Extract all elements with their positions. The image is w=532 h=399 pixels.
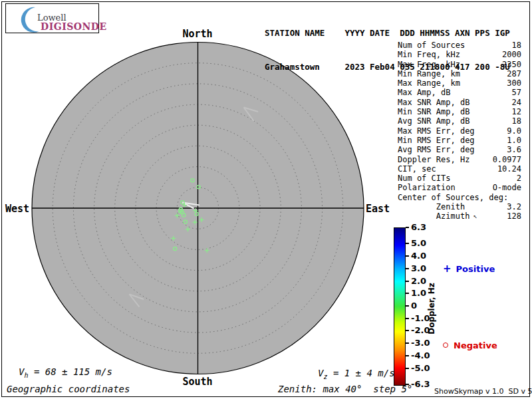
colorbar-tick bbox=[406, 281, 409, 282]
stat-value: 24 bbox=[512, 98, 521, 107]
stat-value: 57 bbox=[512, 88, 521, 97]
colorbar-tick-label: -4.0 bbox=[411, 350, 430, 361]
colorbar-tick-label: 2.0 bbox=[411, 276, 426, 287]
logo-text-digisonde: DIGISONDE bbox=[41, 21, 107, 32]
stat-value: 2350 bbox=[502, 60, 521, 69]
colorbar-tick-label: -5.0 bbox=[411, 363, 430, 374]
colorbar-tick bbox=[406, 368, 409, 369]
compass-label-east: East bbox=[366, 203, 390, 215]
zenith-scale-note: Zenith: max 40° step 5° bbox=[278, 384, 412, 394]
stat-value: 9.0 bbox=[507, 126, 521, 136]
stat-row: Avg SNR Amp, dB18 bbox=[398, 116, 521, 126]
stat-label: Zenith bbox=[398, 202, 465, 211]
stat-label: Max SNR Amp, dB bbox=[398, 98, 469, 107]
stat-row: Num of Sources18 bbox=[398, 41, 521, 50]
colorbar-tick bbox=[406, 293, 409, 294]
stat-row: Max RMS Err, deg9.0 bbox=[398, 126, 521, 136]
circle-marker-icon bbox=[443, 342, 448, 348]
stat-row: Avg RMS Err, deg3.6 bbox=[398, 145, 521, 154]
horizontal-velocity-readout: Vh = 68 ± 115 m/s bbox=[19, 366, 112, 379]
header-columns-row: STATION NAME YYYY DATE DDD HHMMSS AXN PP… bbox=[265, 27, 510, 39]
legend-positive: +Positive bbox=[443, 263, 495, 275]
stat-value: 3.6 bbox=[507, 145, 521, 154]
stat-value: 12 bbox=[512, 107, 521, 116]
stat-value: 0.0977 bbox=[493, 155, 521, 164]
stat-label: CIT, sec bbox=[398, 164, 436, 174]
stat-label: Min SNR Amp, dB bbox=[398, 107, 469, 116]
stat-row: Max Amp, dB57 bbox=[398, 88, 521, 97]
colorbar-tick bbox=[406, 255, 409, 257]
colorbar-tick-label: 4.0 bbox=[411, 251, 426, 261]
stat-row: Azimuth↖128 bbox=[398, 211, 521, 221]
vertical-velocity-readout: Vz = 1 ± 4 m/s bbox=[318, 368, 395, 380]
stats-panel: Num of Sources18Min Freq, kHz2000Max Fre… bbox=[398, 41, 521, 221]
stat-row: Max Freq, kHz2350 bbox=[398, 60, 521, 69]
colorbar-gradient bbox=[394, 227, 406, 386]
stat-label: Max Amp, dB bbox=[398, 88, 450, 97]
stat-row: Min SNR Amp, dB12 bbox=[398, 107, 521, 116]
stat-label: Avg RMS Err, deg bbox=[398, 145, 475, 154]
colorbar-tick bbox=[406, 330, 409, 331]
stat-value: O-mode bbox=[493, 183, 521, 192]
colorbar-tick-label: 3.0 bbox=[411, 263, 426, 274]
stat-value: 2 bbox=[517, 174, 521, 183]
software-version-label: ShowSkymap v 1.0 SD v 5.1 bbox=[434, 387, 532, 396]
stat-label: Doppler Res, Hz bbox=[398, 155, 469, 164]
legend-negative-label: Negative bbox=[454, 340, 497, 350]
colorbar-tick bbox=[406, 318, 409, 319]
compass-label-west: West bbox=[5, 203, 29, 215]
stat-label: Min RMS Err, deg bbox=[398, 136, 475, 145]
colorbar-tick-label: -3.0 bbox=[411, 338, 430, 348]
legend-positive-label: Positive bbox=[456, 264, 495, 274]
stat-label: Min Range, km bbox=[398, 69, 460, 78]
doppler-colorbar: 6.35.04.03.02.01.00-1.0-2.0-3.0-4.0-5.0-… bbox=[394, 227, 527, 386]
colorbar-tick bbox=[406, 268, 409, 269]
colorbar-tick-label: 0 bbox=[411, 301, 417, 311]
plus-marker-icon: + bbox=[443, 263, 452, 275]
colorbar-tick bbox=[406, 243, 409, 244]
stat-label: Azimuth bbox=[398, 211, 469, 221]
stat-label: Polarization bbox=[398, 183, 456, 192]
stat-label: Max Freq, kHz bbox=[398, 60, 460, 69]
azimuth-direction-icon: ↖ bbox=[473, 211, 477, 221]
stat-label: Num of CITs bbox=[398, 174, 450, 183]
stat-row: Min Freq, kHz2000 bbox=[398, 50, 521, 59]
stat-value: 3.2 bbox=[507, 202, 521, 211]
colorbar-tick bbox=[406, 355, 409, 356]
stat-label: Center of Sources, deg: bbox=[398, 193, 508, 202]
stat-value: 18 bbox=[512, 116, 521, 126]
stat-value: 2000 bbox=[502, 50, 521, 59]
stat-value: 287 bbox=[507, 69, 521, 78]
lowell-digisonde-logo: Lowell DIGISONDE bbox=[5, 3, 99, 33]
stat-label: Min Freq, kHz bbox=[398, 50, 460, 59]
colorbar-tick-label: 1.0 bbox=[411, 288, 426, 299]
colorbar-tick-label: 6.3 bbox=[411, 222, 426, 233]
compass-label-north: North bbox=[182, 28, 212, 40]
stat-value: 1.0 bbox=[507, 136, 521, 145]
stat-label: Avg SNR Amp, dB bbox=[398, 116, 469, 126]
stat-row: Num of CITs2 bbox=[398, 174, 521, 183]
colorbar-tick bbox=[406, 342, 409, 344]
compass-label-south: South bbox=[182, 376, 212, 388]
stat-value: 300 bbox=[507, 78, 521, 88]
stat-value: 128 bbox=[507, 211, 521, 221]
stat-row: Min Range, km287 bbox=[398, 69, 521, 78]
stat-row: Zenith3.2 bbox=[398, 202, 521, 211]
stat-row: Doppler Res, Hz0.0977 bbox=[398, 155, 521, 164]
colorbar-tick bbox=[406, 227, 409, 228]
colorbar-tick-label: -6.3 bbox=[411, 379, 430, 390]
stat-row: Center of Sources, deg: bbox=[398, 193, 521, 202]
stat-value: 18 bbox=[512, 41, 521, 50]
stat-row: Max Range, km300 bbox=[398, 78, 521, 88]
colorbar-tick bbox=[406, 305, 409, 307]
stat-label: Max RMS Err, deg bbox=[398, 126, 475, 136]
colorbar-tick-label: 5.0 bbox=[411, 238, 426, 249]
stat-row: CIT, sec10.24 bbox=[398, 164, 521, 174]
colorbar-axis-title: Doppler, Hz bbox=[427, 283, 436, 334]
stat-value: 10.24 bbox=[497, 164, 521, 174]
stat-row: Min RMS Err, deg1.0 bbox=[398, 136, 521, 145]
stat-label: Max Range, km bbox=[398, 78, 460, 88]
legend-negative: Negative bbox=[443, 340, 497, 350]
stat-row: PolarizationO-mode bbox=[398, 183, 521, 192]
stat-label: Num of Sources bbox=[398, 41, 465, 50]
